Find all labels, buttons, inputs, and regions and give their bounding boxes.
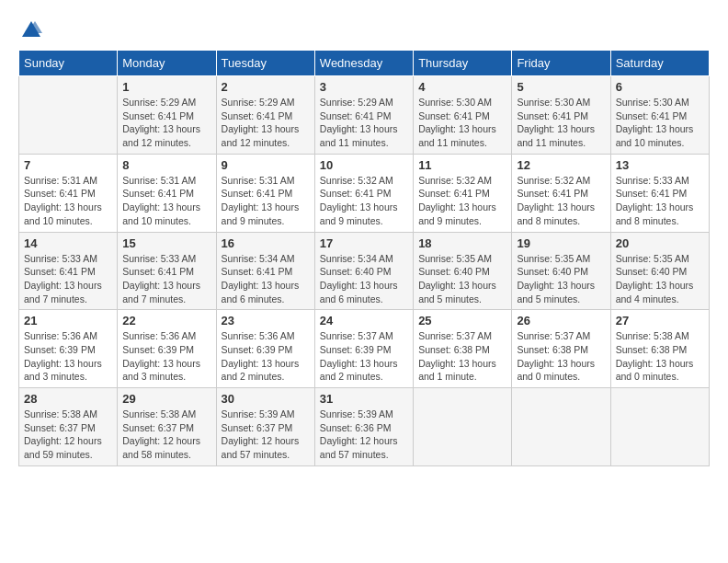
calendar-cell: 12Sunrise: 5:32 AM Sunset: 6:41 PM Dayli… xyxy=(512,154,610,232)
calendar-cell: 8Sunrise: 5:31 AM Sunset: 6:41 PM Daylig… xyxy=(118,154,216,232)
day-number: 11 xyxy=(418,158,506,172)
column-header-tuesday: Tuesday xyxy=(216,51,314,76)
column-header-monday: Monday xyxy=(118,51,216,76)
day-number: 13 xyxy=(616,158,704,172)
day-number: 31 xyxy=(320,392,408,406)
day-info: Sunrise: 5:31 AM Sunset: 6:41 PM Dayligh… xyxy=(222,174,310,228)
day-number: 4 xyxy=(418,80,506,94)
day-info: Sunrise: 5:36 AM Sunset: 6:39 PM Dayligh… xyxy=(24,329,112,384)
day-info: Sunrise: 5:33 AM Sunset: 6:41 PM Dayligh… xyxy=(122,252,210,306)
calendar-cell: 25Sunrise: 5:37 AM Sunset: 6:38 PM Dayli… xyxy=(414,310,512,388)
day-info: Sunrise: 5:31 AM Sunset: 6:41 PM Dayligh… xyxy=(122,174,210,228)
column-header-saturday: Saturday xyxy=(610,51,709,76)
logo-icon xyxy=(20,18,42,40)
day-number: 28 xyxy=(24,392,112,406)
day-info: Sunrise: 5:37 AM Sunset: 6:38 PM Dayligh… xyxy=(517,329,605,384)
calendar-cell: 6Sunrise: 5:30 AM Sunset: 6:41 PM Daylig… xyxy=(610,76,709,155)
day-number: 30 xyxy=(222,392,310,406)
day-info: Sunrise: 5:29 AM Sunset: 6:41 PM Dayligh… xyxy=(320,96,408,150)
day-info: Sunrise: 5:33 AM Sunset: 6:41 PM Dayligh… xyxy=(24,252,112,306)
day-info: Sunrise: 5:30 AM Sunset: 6:41 PM Dayligh… xyxy=(616,96,704,150)
day-number: 17 xyxy=(320,236,408,250)
day-info: Sunrise: 5:36 AM Sunset: 6:39 PM Dayligh… xyxy=(222,329,310,384)
day-number: 21 xyxy=(24,314,112,327)
day-number: 1 xyxy=(122,80,210,94)
calendar-cell xyxy=(414,388,512,466)
calendar-cell: 23Sunrise: 5:36 AM Sunset: 6:39 PM Dayli… xyxy=(216,310,314,388)
calendar-cell: 17Sunrise: 5:34 AM Sunset: 6:40 PM Dayli… xyxy=(314,232,413,310)
day-number: 9 xyxy=(222,158,310,172)
calendar-cell: 30Sunrise: 5:39 AM Sunset: 6:37 PM Dayli… xyxy=(216,388,314,466)
day-number: 7 xyxy=(24,158,112,172)
column-header-thursday: Thursday xyxy=(414,51,512,76)
calendar-cell xyxy=(19,76,118,155)
calendar-cell: 18Sunrise: 5:35 AM Sunset: 6:40 PM Dayli… xyxy=(414,232,512,310)
day-number: 16 xyxy=(222,236,310,250)
day-info: Sunrise: 5:34 AM Sunset: 6:40 PM Dayligh… xyxy=(320,252,408,306)
day-info: Sunrise: 5:35 AM Sunset: 6:40 PM Dayligh… xyxy=(517,252,605,306)
calendar-cell: 2Sunrise: 5:29 AM Sunset: 6:41 PM Daylig… xyxy=(216,76,314,155)
day-info: Sunrise: 5:39 AM Sunset: 6:36 PM Dayligh… xyxy=(320,408,408,462)
calendar-cell: 13Sunrise: 5:33 AM Sunset: 6:41 PM Dayli… xyxy=(610,154,709,232)
day-info: Sunrise: 5:37 AM Sunset: 6:39 PM Dayligh… xyxy=(320,329,408,384)
calendar-cell: 4Sunrise: 5:30 AM Sunset: 6:41 PM Daylig… xyxy=(414,76,512,155)
calendar-cell: 10Sunrise: 5:32 AM Sunset: 6:41 PM Dayli… xyxy=(314,154,413,232)
day-info: Sunrise: 5:30 AM Sunset: 6:41 PM Dayligh… xyxy=(418,96,506,150)
day-info: Sunrise: 5:35 AM Sunset: 6:40 PM Dayligh… xyxy=(616,252,704,306)
calendar-cell: 3Sunrise: 5:29 AM Sunset: 6:41 PM Daylig… xyxy=(314,76,413,155)
day-number: 29 xyxy=(122,392,210,406)
day-info: Sunrise: 5:34 AM Sunset: 6:41 PM Dayligh… xyxy=(222,252,310,306)
day-info: Sunrise: 5:38 AM Sunset: 6:38 PM Dayligh… xyxy=(616,329,704,384)
day-number: 26 xyxy=(517,314,605,327)
calendar-cell: 9Sunrise: 5:31 AM Sunset: 6:41 PM Daylig… xyxy=(216,154,314,232)
day-info: Sunrise: 5:38 AM Sunset: 6:37 PM Dayligh… xyxy=(122,408,210,462)
day-number: 20 xyxy=(616,236,704,250)
day-info: Sunrise: 5:29 AM Sunset: 6:41 PM Dayligh… xyxy=(122,96,210,150)
logo xyxy=(18,18,42,40)
day-number: 2 xyxy=(222,80,310,94)
calendar-cell xyxy=(512,388,610,466)
calendar-cell: 16Sunrise: 5:34 AM Sunset: 6:41 PM Dayli… xyxy=(216,232,314,310)
calendar-cell: 24Sunrise: 5:37 AM Sunset: 6:39 PM Dayli… xyxy=(314,310,413,388)
day-info: Sunrise: 5:33 AM Sunset: 6:41 PM Dayligh… xyxy=(616,174,704,228)
day-number: 6 xyxy=(616,80,704,94)
day-info: Sunrise: 5:31 AM Sunset: 6:41 PM Dayligh… xyxy=(24,174,112,228)
calendar-cell: 5Sunrise: 5:30 AM Sunset: 6:41 PM Daylig… xyxy=(512,76,610,155)
day-number: 19 xyxy=(517,236,605,250)
day-info: Sunrise: 5:32 AM Sunset: 6:41 PM Dayligh… xyxy=(517,174,605,228)
calendar-cell: 14Sunrise: 5:33 AM Sunset: 6:41 PM Dayli… xyxy=(19,232,118,310)
day-info: Sunrise: 5:30 AM Sunset: 6:41 PM Dayligh… xyxy=(517,96,605,150)
day-number: 10 xyxy=(320,158,408,172)
calendar-cell: 20Sunrise: 5:35 AM Sunset: 6:40 PM Dayli… xyxy=(610,232,709,310)
day-info: Sunrise: 5:38 AM Sunset: 6:37 PM Dayligh… xyxy=(24,408,112,462)
day-info: Sunrise: 5:36 AM Sunset: 6:39 PM Dayligh… xyxy=(122,329,210,384)
day-info: Sunrise: 5:29 AM Sunset: 6:41 PM Dayligh… xyxy=(222,96,310,150)
day-info: Sunrise: 5:39 AM Sunset: 6:37 PM Dayligh… xyxy=(222,408,310,462)
calendar-cell: 26Sunrise: 5:37 AM Sunset: 6:38 PM Dayli… xyxy=(512,310,610,388)
calendar-cell: 28Sunrise: 5:38 AM Sunset: 6:37 PM Dayli… xyxy=(19,388,118,466)
calendar-cell: 27Sunrise: 5:38 AM Sunset: 6:38 PM Dayli… xyxy=(610,310,709,388)
day-number: 27 xyxy=(616,314,704,327)
calendar-cell: 19Sunrise: 5:35 AM Sunset: 6:40 PM Dayli… xyxy=(512,232,610,310)
day-number: 3 xyxy=(320,80,408,94)
day-number: 25 xyxy=(418,314,506,327)
day-number: 23 xyxy=(222,314,310,327)
calendar-cell: 15Sunrise: 5:33 AM Sunset: 6:41 PM Dayli… xyxy=(118,232,216,310)
day-number: 24 xyxy=(320,314,408,327)
day-info: Sunrise: 5:32 AM Sunset: 6:41 PM Dayligh… xyxy=(418,174,506,228)
calendar-table: SundayMondayTuesdayWednesdayThursdayFrid… xyxy=(18,50,710,466)
day-info: Sunrise: 5:37 AM Sunset: 6:38 PM Dayligh… xyxy=(418,329,506,384)
calendar-cell: 7Sunrise: 5:31 AM Sunset: 6:41 PM Daylig… xyxy=(19,154,118,232)
day-number: 8 xyxy=(122,158,210,172)
column-header-wednesday: Wednesday xyxy=(314,51,413,76)
day-number: 15 xyxy=(122,236,210,250)
calendar-cell xyxy=(610,388,709,466)
day-number: 5 xyxy=(517,80,605,94)
day-number: 22 xyxy=(122,314,210,327)
column-header-sunday: Sunday xyxy=(19,51,118,76)
day-info: Sunrise: 5:32 AM Sunset: 6:41 PM Dayligh… xyxy=(320,174,408,228)
calendar-cell: 22Sunrise: 5:36 AM Sunset: 6:39 PM Dayli… xyxy=(118,310,216,388)
page-header xyxy=(18,18,710,40)
calendar-cell: 21Sunrise: 5:36 AM Sunset: 6:39 PM Dayli… xyxy=(19,310,118,388)
calendar-cell: 1Sunrise: 5:29 AM Sunset: 6:41 PM Daylig… xyxy=(118,76,216,155)
